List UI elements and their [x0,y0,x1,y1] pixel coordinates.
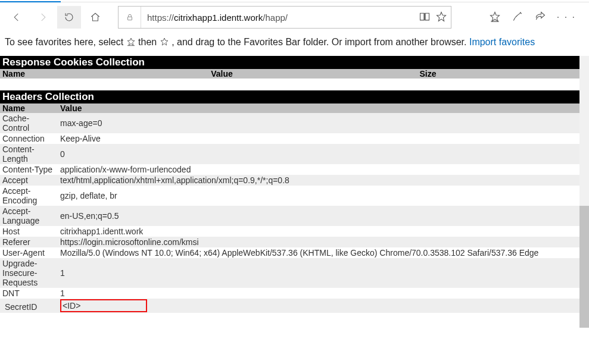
refresh-button[interactable] [57,6,81,29]
hdr-value: 1 [58,258,579,288]
home-button[interactable] [83,6,107,29]
table-row: Content-Length0 [0,144,579,164]
hdr-value: <ID> [63,301,80,310]
hdr-name: Cache-Control [0,113,58,133]
col-cookie-size: Size [417,69,579,79]
table-row: Upgrade-Insecure-Requests1 [0,258,579,288]
hdr-value: 0 [58,144,579,164]
cookies-title: Response Cookies Collection [0,56,579,69]
hdr-name: SecretID [2,300,55,312]
lock-icon [119,7,141,28]
hdr-name: Content-Type [0,164,58,175]
favorites-hint: To see favorites here, select then , and… [0,34,589,56]
more-icon[interactable]: · · · [557,12,576,23]
col-cookie-name: Name [0,69,208,79]
hdr-name: Host [0,226,58,237]
table-row: Refererhttps://login.microsoftonline.com… [0,237,579,247]
favorites-panel-icon[interactable] [489,11,501,24]
url-host: citrixhapp1.identt.work [174,12,263,23]
svg-rect-0 [127,17,132,20]
hdr-value: 1 [58,288,579,299]
hdr-name: Connection [0,133,58,144]
col-header-name: Name [0,103,58,113]
active-tab-indicator [0,1,61,2]
hdr-name: DNT [0,288,58,299]
table-row: Hostcitrixhapp1.identt.work [0,226,579,237]
highlight-annotation: <ID> [60,299,147,312]
cookies-table: Name Value Size [0,69,579,79]
reading-view-icon[interactable] [419,11,431,24]
url-text[interactable]: https://citrixhapp1.identt.work/happ/ [141,12,419,23]
headers-table: Name Value Cache-Controlmax-age=0 Connec… [0,103,579,313]
import-favorites-link[interactable]: Import favorites [469,37,535,47]
table-row: User-AgentMozilla/5.0 (Windows NT 10.0; … [0,247,579,258]
headers-title: Headers Collection [0,90,579,103]
hdr-name: Accept-Language [0,206,58,226]
fav-text-mid2: , and drag to the Favorites Bar folder. … [172,37,469,47]
browser-toolbar: https://citrixhapp1.identt.work/happ/ · … [0,2,589,34]
content-row: Response Cookies Collection Name Value S… [0,56,589,328]
fav-text-mid1: then [138,37,160,47]
notes-icon[interactable] [512,11,523,24]
fav-text-prefix: To see favorites here, select [5,37,126,47]
table-row: Accept-Encodinggzip, deflate, br [0,186,579,206]
scrollbar-thumb[interactable] [579,206,589,328]
star-small-1-icon [126,37,136,49]
col-header-value: Value [58,103,579,113]
share-icon[interactable] [534,11,546,24]
toolbar-right-icons: · · · [489,11,584,24]
table-row: Content-Typeapplication/x-www-form-urlen… [0,164,579,175]
hdr-value: https://login.microsoftonline.com/kmsi [58,237,579,247]
hdr-value: en-US,en;q=0.5 [58,206,579,226]
headers-header-row: Name Value [0,103,579,113]
star-small-2-icon [160,37,169,49]
hdr-name: Accept [0,175,58,186]
table-row: Cache-Controlmax-age=0 [0,113,579,133]
hdr-value: gzip, deflate, br [58,186,579,206]
hdr-value: citrixhapp1.identt.work [58,226,579,237]
hdr-value: max-age=0 [58,113,579,133]
address-bar[interactable]: https://citrixhapp1.identt.work/happ/ [118,6,451,29]
scrollbar-track[interactable] [579,56,589,328]
hdr-name: Accept-Encoding [0,186,58,206]
section-gap [0,79,579,90]
hdr-value: Mozilla/5.0 (Windows NT 10.0; Win64; x64… [58,247,579,258]
hdr-value: Keep-Alive [58,133,579,144]
hdr-name: Content-Length [0,144,58,164]
tab-strip [0,0,589,2]
hdr-name: Referer [0,237,58,247]
url-path: /happ/ [263,12,288,23]
page-content: Response Cookies Collection Name Value S… [0,56,579,328]
url-scheme: https:// [147,12,174,23]
back-button[interactable] [5,6,29,29]
forward-button[interactable] [31,6,55,29]
cookies-header-row: Name Value Size [0,69,579,79]
hdr-name: User-Agent [0,247,58,258]
hdr-name: Upgrade-Insecure-Requests [0,258,58,288]
table-row-highlighted: SecretID <ID> [0,299,579,313]
table-row: DNT1 [0,288,579,299]
table-row: ConnectionKeep-Alive [0,133,579,144]
hdr-value: text/html,application/xhtml+xml,applicat… [58,175,579,186]
table-row: Accepttext/html,application/xhtml+xml,ap… [0,175,579,186]
favorite-star-icon[interactable] [435,11,447,24]
col-cookie-value: Value [208,69,417,79]
table-row: Accept-Languageen-US,en;q=0.5 [0,206,579,226]
hdr-value: application/x-www-form-urlencoded [58,164,579,175]
